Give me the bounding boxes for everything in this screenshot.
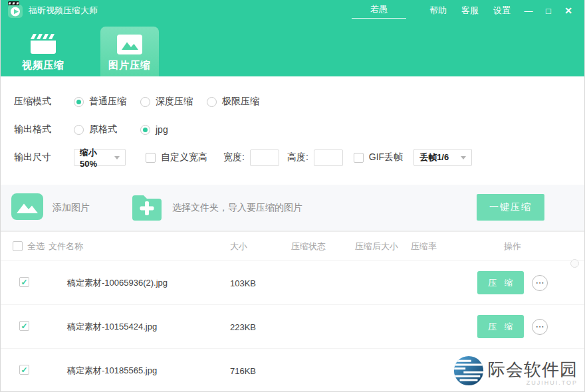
frame-drop-select[interactable]: 丢帧1/6 bbox=[413, 149, 472, 166]
column-size: 大小 bbox=[230, 241, 247, 252]
row-checkbox[interactable] bbox=[19, 277, 29, 287]
file-name: 稿定素材-10155424.jpg bbox=[67, 321, 157, 333]
more-options-icon[interactable] bbox=[532, 319, 548, 335]
column-ratio: 压缩率 bbox=[411, 241, 437, 252]
titlebar-actions: 若愚 帮助 客服 设置 — □ ✕ bbox=[352, 3, 578, 19]
radio-dot bbox=[140, 125, 150, 135]
select-folder-label: 选择文件夹，导入要压缩的图片 bbox=[172, 202, 302, 214]
select-folder-button[interactable]: 选择文件夹，导入要压缩的图片 bbox=[131, 193, 302, 223]
scale-select[interactable]: 缩小50% bbox=[74, 149, 126, 166]
compression-mode-row: 压缩模式 普通压缩 深度压缩 极限压缩 bbox=[14, 92, 576, 112]
watermark: 际会软件园 ZUJIHUI.TOP bbox=[449, 354, 580, 390]
add-image-icon bbox=[11, 193, 43, 223]
compress-button[interactable]: 压 缩 bbox=[477, 315, 524, 338]
add-images-label: 添加图片 bbox=[53, 202, 90, 214]
radio-dot bbox=[207, 97, 217, 107]
globe-icon bbox=[452, 354, 485, 390]
image-icon bbox=[116, 34, 143, 55]
window-titlebar: 福昕视频压缩大师 若愚 帮助 客服 设置 — □ ✕ bbox=[1, 0, 584, 21]
width-label: 宽度: bbox=[223, 151, 245, 163]
output-format-label: 输出格式 bbox=[14, 124, 74, 136]
select-all-checkbox[interactable]: 全选 bbox=[13, 241, 45, 252]
file-table-header: 全选 文件名称 大小 压缩状态 压缩后大小 压缩率 操作 bbox=[1, 231, 584, 260]
chevron-down-icon bbox=[114, 156, 120, 159]
radio-dot bbox=[74, 97, 84, 107]
radio-normal-compress[interactable]: 普通压缩 bbox=[74, 96, 140, 108]
user-account[interactable]: 若愚 bbox=[352, 3, 406, 19]
more-options-icon[interactable] bbox=[532, 275, 548, 291]
close-button[interactable]: ✕ bbox=[559, 5, 578, 16]
tab-image-label: 图片压缩 bbox=[108, 59, 151, 72]
compress-button[interactable]: 压 缩 bbox=[477, 271, 524, 294]
column-file-name: 文件名称 bbox=[49, 241, 83, 252]
height-label: 高度: bbox=[287, 151, 308, 163]
menu-settings[interactable]: 设置 bbox=[493, 5, 511, 17]
checkbox-box bbox=[354, 153, 364, 163]
settings-panel: 压缩模式 普通压缩 深度压缩 极限压缩 输出格式 原格式 jpg bbox=[1, 76, 584, 185]
folder-plus-icon bbox=[131, 193, 163, 223]
app-title: 福昕视频压缩大师 bbox=[29, 5, 98, 17]
file-name: 稿定素材-10065936(2).jpg bbox=[67, 277, 168, 289]
tab-video-label: 视频压缩 bbox=[22, 59, 64, 72]
width-input[interactable] bbox=[250, 149, 279, 166]
tab-image-compress[interactable]: 图片压缩 bbox=[100, 27, 159, 76]
checkbox-box bbox=[146, 153, 156, 163]
output-size-label: 输出尺寸 bbox=[14, 151, 74, 163]
output-format-row: 输出格式 原格式 jpg bbox=[14, 120, 576, 140]
column-after-size: 压缩后大小 bbox=[355, 241, 398, 252]
radio-dot bbox=[74, 125, 84, 135]
column-status: 压缩状态 bbox=[291, 241, 326, 252]
file-size: 223KB bbox=[230, 322, 256, 332]
column-actions: 操作 bbox=[504, 241, 521, 252]
radio-extreme-compress[interactable]: 极限压缩 bbox=[207, 96, 273, 108]
row-checkbox[interactable] bbox=[19, 321, 29, 331]
minimize-button[interactable]: — bbox=[519, 6, 538, 16]
menu-support[interactable]: 客服 bbox=[461, 5, 479, 17]
compress-all-button[interactable]: 一键压缩 bbox=[477, 194, 544, 221]
compression-mode-label: 压缩模式 bbox=[14, 96, 74, 108]
app-window: 福昕视频压缩大师 若愚 帮助 客服 设置 — □ ✕ 视频压缩 bbox=[0, 0, 585, 392]
maximize-button[interactable]: □ bbox=[539, 6, 558, 16]
custom-size-checkbox[interactable]: 自定义宽高 bbox=[146, 151, 207, 163]
radio-deep-compress[interactable]: 深度压缩 bbox=[140, 96, 207, 108]
watermark-text: 际会软件园 ZUJIHUI.TOP bbox=[488, 358, 578, 386]
table-row: 稿定素材-10155424.jpg 223KB 压 缩 bbox=[1, 304, 584, 348]
menu-help[interactable]: 帮助 bbox=[429, 5, 447, 17]
checkbox-box bbox=[13, 241, 23, 251]
scrollbar-thumb[interactable] bbox=[570, 259, 579, 268]
output-size-row: 输出尺寸 缩小50% 自定义宽高 宽度: 高度: GIF丢帧 丢帧1/6 bbox=[14, 147, 576, 167]
row-checkbox[interactable] bbox=[19, 365, 29, 375]
radio-dot bbox=[140, 97, 150, 107]
main-tabbar: 视频压缩 图片压缩 bbox=[1, 21, 584, 76]
radio-jpg-format[interactable]: jpg bbox=[140, 124, 207, 135]
table-row: 稿定素材-10065936(2).jpg 103KB 压 缩 bbox=[1, 260, 584, 304]
chevron-down-icon bbox=[461, 156, 466, 159]
file-size: 716KB bbox=[230, 365, 256, 375]
import-action-bar: 添加图片 选择文件夹，导入要压缩的图片 一键压缩 bbox=[1, 185, 584, 231]
height-input[interactable] bbox=[314, 149, 343, 166]
add-images-button[interactable]: 添加图片 bbox=[11, 193, 90, 223]
tab-video-compress[interactable]: 视频压缩 bbox=[14, 27, 72, 76]
clapperboard-icon bbox=[30, 34, 57, 55]
watermark-title: 际会软件园 bbox=[488, 358, 578, 381]
file-name: 稿定素材-10185565.jpg bbox=[67, 365, 157, 377]
gif-dropframe-checkbox[interactable]: GIF丢帧 bbox=[354, 151, 403, 163]
app-logo-icon bbox=[7, 1, 23, 19]
file-size: 103KB bbox=[230, 278, 256, 288]
radio-original-format[interactable]: 原格式 bbox=[74, 124, 140, 136]
